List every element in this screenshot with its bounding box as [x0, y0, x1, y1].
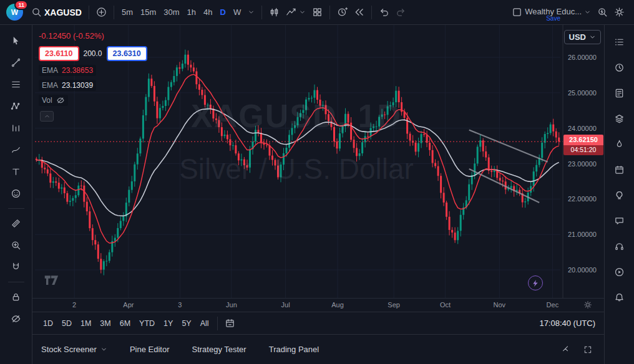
chevron-up-icon	[44, 113, 51, 120]
panel-news-button[interactable]	[610, 84, 630, 102]
sell-button[interactable]: 23.6110	[39, 46, 79, 61]
undo-icon	[379, 7, 389, 17]
panel-calendar-button[interactable]	[610, 160, 630, 179]
tab-label: Strategy Tester	[192, 345, 246, 354]
undo-button[interactable]	[376, 4, 393, 20]
currency-select[interactable]: USD	[564, 30, 601, 44]
panel-notifications-button[interactable]	[610, 288, 630, 307]
tool-magnet-button[interactable]	[6, 257, 27, 277]
range-ytd[interactable]: YTD	[135, 317, 159, 330]
tool-ruler-button[interactable]	[6, 214, 27, 233]
divider	[114, 6, 114, 19]
indicators-button[interactable]	[283, 4, 309, 20]
range-6m[interactable]: 6M	[115, 317, 135, 330]
range-1y[interactable]: 1Y	[159, 317, 177, 330]
timeframe-menu-button[interactable]	[245, 6, 258, 18]
svg-text:25.00000: 25.00000	[568, 89, 597, 97]
time-axis[interactable]: 2Apr3JunJulAugSepOctNovDec	[32, 298, 604, 312]
tab-stock-screener[interactable]: Stock Screener	[41, 345, 107, 354]
buy-button[interactable]: 23.6310	[107, 46, 147, 61]
tool-long-position-button[interactable]	[6, 118, 27, 138]
brush-icon	[11, 145, 21, 155]
tool-brush-button[interactable]	[6, 140, 27, 160]
user-avatar[interactable]: W 11	[6, 4, 23, 21]
grid-icon	[312, 7, 323, 17]
maximize-panel-button[interactable]	[580, 343, 595, 357]
range-1d[interactable]: 1D	[39, 317, 57, 330]
tool-eye-off-button[interactable]	[6, 309, 27, 328]
range-3m[interactable]: 3M	[95, 317, 115, 330]
panel-chat-button[interactable]	[610, 211, 630, 230]
tab-trading-panel[interactable]: Trading Panel	[269, 345, 319, 354]
quick-search-button[interactable]	[594, 4, 611, 20]
alert-button[interactable]	[334, 4, 351, 20]
save-layout-button[interactable]: Wealthy Educ... Save	[509, 4, 594, 20]
panel-support-button[interactable]	[610, 237, 630, 256]
bar-replay-button[interactable]	[351, 4, 368, 20]
panel-alerts-button[interactable]	[610, 58, 630, 77]
save-label: Save	[546, 16, 560, 22]
legend-collapse-button[interactable]	[40, 111, 54, 122]
timeframe-30m[interactable]: 30m	[160, 5, 183, 19]
range-5y[interactable]: 5Y	[177, 317, 195, 330]
boost-button[interactable]	[528, 275, 543, 290]
timeframe-4h[interactable]: 4h	[200, 5, 216, 19]
tradingview-logo[interactable]	[44, 274, 60, 287]
redo-icon	[396, 7, 406, 17]
redo-button[interactable]	[393, 4, 409, 20]
ema-1-row[interactable]: EMA23.38653	[39, 65, 96, 76]
tool-xabcd-pattern-button[interactable]	[6, 97, 27, 116]
left-toolbar	[0, 25, 32, 364]
tool-fib-retracement-button[interactable]	[6, 75, 27, 94]
panel-watchlist-button[interactable]	[610, 32, 630, 51]
range-5d[interactable]: 5D	[57, 317, 76, 330]
magnet-icon	[11, 262, 21, 272]
panel-ideas-button[interactable]	[610, 186, 630, 204]
range-1m[interactable]: 1M	[76, 317, 95, 330]
tool-cursor-button[interactable]	[6, 31, 27, 50]
chevron-up-icon	[561, 345, 570, 354]
cursor-icon	[11, 36, 21, 46]
tab-pine-editor[interactable]: Pine Editor	[130, 345, 170, 354]
chart-style-button[interactable]	[266, 4, 283, 20]
goto-date-button[interactable]	[222, 315, 238, 331]
timeframe-d[interactable]: D	[217, 5, 230, 19]
news-icon	[614, 88, 625, 98]
settings-button[interactable]	[611, 4, 628, 20]
tool-lock-button[interactable]	[6, 287, 27, 307]
last-price-value: 23.62150	[563, 135, 603, 145]
symbol-search-button[interactable]: XAGUSD	[28, 4, 85, 20]
chart-area[interactable]: 20.0000021.0000022.0000023.0000024.00000…	[32, 25, 604, 298]
tool-emoji-button[interactable]	[6, 184, 27, 203]
divider	[89, 6, 89, 19]
tool-trend-line-button[interactable]	[6, 53, 27, 72]
timeframe-15m[interactable]: 15m	[137, 5, 160, 19]
tool-zoom-in-button[interactable]	[6, 236, 27, 255]
chevron-down-icon	[584, 9, 591, 16]
timeframe-w[interactable]: W	[230, 5, 245, 19]
ema-2-row[interactable]: EMA23.13039	[39, 80, 96, 91]
zoom-in-icon	[11, 240, 21, 251]
volume-row[interactable]: Vol	[39, 95, 68, 106]
top-toolbar: W 11 XAGUSD 5m15m30m1h4hDW	[0, 0, 634, 25]
divider	[8, 208, 24, 209]
trade-buttons: 23.6110 200.0 23.6310	[39, 46, 147, 61]
collapse-panel-button[interactable]	[558, 343, 573, 357]
tool-text-button[interactable]	[6, 162, 27, 181]
tab-strategy-tester[interactable]: Strategy Tester	[192, 345, 246, 354]
support-icon	[614, 241, 625, 252]
panel-streams-button[interactable]	[610, 262, 630, 281]
grid-layout-button[interactable]	[309, 4, 326, 20]
timeframe-1h[interactable]: 1h	[183, 5, 200, 19]
bottom-panel: Stock ScreenerPine EditorStrategy Tester…	[32, 334, 604, 364]
panel-hotlists-button[interactable]	[610, 135, 630, 153]
timeframe-5m[interactable]: 5m	[118, 5, 137, 19]
svg-text:26.00000: 26.00000	[568, 54, 597, 61]
divider	[329, 6, 330, 19]
add-symbol-button[interactable]	[93, 4, 110, 20]
divider	[217, 317, 218, 330]
panel-data-layers-button[interactable]	[610, 109, 630, 128]
range-all[interactable]: All	[196, 317, 213, 330]
axis-settings-button[interactable]	[583, 300, 593, 310]
divider	[8, 282, 24, 282]
